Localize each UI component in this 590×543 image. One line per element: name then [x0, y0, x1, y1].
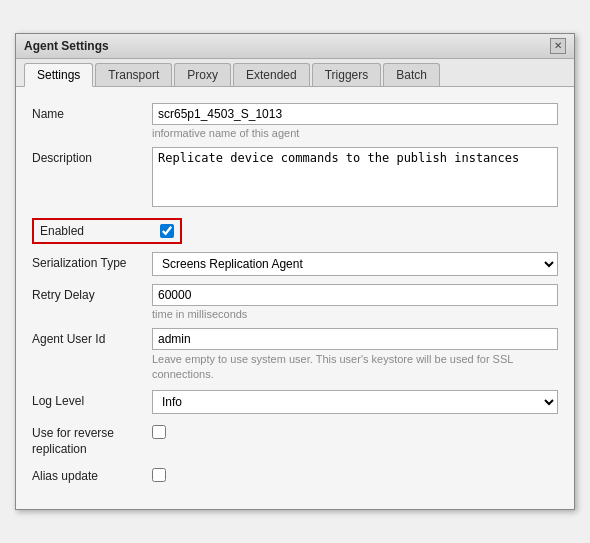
enabled-row: Enabled — [32, 218, 182, 244]
name-field: informative name of this agent — [152, 103, 558, 139]
serialization-select[interactable]: Screens Replication Agent Default No Ser… — [152, 252, 558, 276]
log-level-select[interactable]: Info Debug Warn Error — [152, 390, 558, 414]
enabled-checkbox[interactable] — [160, 224, 174, 238]
serialization-row: Serialization Type Screens Replication A… — [32, 252, 558, 276]
reverse-replication-checkbox[interactable] — [152, 425, 166, 439]
description-textarea[interactable]: Replicate device commands to the publish… — [152, 147, 558, 207]
description-field: Replicate device commands to the publish… — [152, 147, 558, 210]
agent-settings-window: Agent Settings ✕ Settings Transport Prox… — [15, 33, 575, 511]
settings-content: Name informative name of this agent Desc… — [16, 87, 574, 510]
serialization-label: Serialization Type — [32, 252, 152, 270]
agent-user-input[interactable] — [152, 328, 558, 350]
tab-batch[interactable]: Batch — [383, 63, 440, 86]
serialization-field: Screens Replication Agent Default No Ser… — [152, 252, 558, 276]
log-level-label: Log Level — [32, 390, 152, 408]
retry-row: Retry Delay time in milliseconds — [32, 284, 558, 320]
enabled-label: Enabled — [40, 224, 152, 238]
agent-user-hint: Leave empty to use system user. This use… — [152, 352, 558, 383]
tab-proxy[interactable]: Proxy — [174, 63, 231, 86]
name-hint: informative name of this agent — [152, 127, 558, 139]
agent-user-label: Agent User Id — [32, 328, 152, 346]
retry-label: Retry Delay — [32, 284, 152, 302]
name-row: Name informative name of this agent — [32, 103, 558, 139]
tab-bar: Settings Transport Proxy Extended Trigge… — [16, 59, 574, 87]
alias-update-label: Alias update — [32, 465, 152, 483]
window-title: Agent Settings — [24, 39, 109, 53]
agent-user-field: Leave empty to use system user. This use… — [152, 328, 558, 383]
reverse-replication-row: Use for reverse replication — [32, 422, 558, 457]
agent-user-row: Agent User Id Leave empty to use system … — [32, 328, 558, 383]
tab-triggers[interactable]: Triggers — [312, 63, 382, 86]
retry-field: time in milliseconds — [152, 284, 558, 320]
name-label: Name — [32, 103, 152, 121]
tab-extended[interactable]: Extended — [233, 63, 310, 86]
reverse-replication-field — [152, 422, 558, 442]
enabled-row-wrapper: Enabled — [32, 218, 558, 244]
tab-settings[interactable]: Settings — [24, 63, 93, 87]
log-level-field: Info Debug Warn Error — [152, 390, 558, 414]
title-bar: Agent Settings ✕ — [16, 34, 574, 59]
log-level-row: Log Level Info Debug Warn Error — [32, 390, 558, 414]
retry-hint: time in milliseconds — [152, 308, 558, 320]
description-row: Description Replicate device commands to… — [32, 147, 558, 210]
reverse-replication-label: Use for reverse replication — [32, 422, 152, 457]
description-label: Description — [32, 147, 152, 165]
alias-update-row: Alias update — [32, 465, 558, 485]
close-button[interactable]: ✕ — [550, 38, 566, 54]
tab-transport[interactable]: Transport — [95, 63, 172, 86]
enabled-checkbox-container — [160, 224, 174, 238]
close-icon: ✕ — [554, 40, 562, 51]
alias-update-checkbox[interactable] — [152, 468, 166, 482]
alias-update-field — [152, 465, 558, 485]
name-input[interactable] — [152, 103, 558, 125]
retry-input[interactable] — [152, 284, 558, 306]
